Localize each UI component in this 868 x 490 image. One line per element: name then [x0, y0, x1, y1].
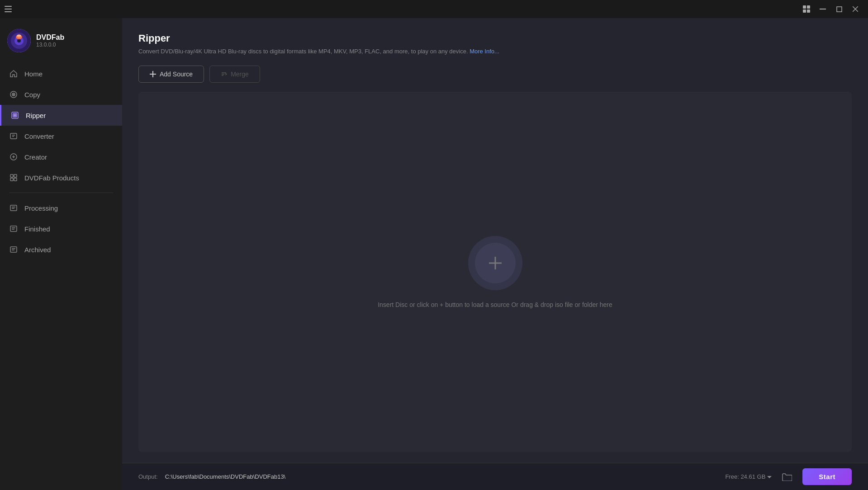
- svg-rect-5: [803, 9, 806, 13]
- toolbar: Add Source Merge: [138, 66, 852, 83]
- browse-folder-button[interactable]: [779, 469, 795, 485]
- svg-rect-33: [10, 205, 17, 211]
- svg-rect-2: [5, 11, 12, 12]
- sidebar-item-dvdfab-products-label: DVDFab Products: [24, 174, 79, 182]
- brand-name: DVDFab: [36, 33, 64, 42]
- menu-button[interactable]: [0, 1, 16, 17]
- start-button[interactable]: Start: [802, 468, 852, 485]
- svg-rect-29: [10, 174, 13, 177]
- nav-divider: [9, 193, 113, 193]
- minimize-button[interactable]: [815, 1, 831, 17]
- add-source-label: Add Source: [160, 71, 193, 78]
- folder-icon: [782, 473, 792, 481]
- svg-point-19: [10, 91, 17, 98]
- sidebar-item-archived-label: Archived: [24, 246, 51, 254]
- svg-point-16: [17, 34, 21, 38]
- sidebar-item-home[interactable]: Home: [0, 63, 122, 84]
- page-subtitle: Convert DVD/Blu-ray/4K Ultra HD Blu-ray …: [138, 48, 852, 55]
- subtitle-text: Convert DVD/Blu-ray/4K Ultra HD Blu-ray …: [138, 48, 468, 55]
- sidebar-item-creator[interactable]: Creator: [0, 146, 122, 167]
- free-space: Free: 24.61 GB: [725, 473, 772, 480]
- svg-rect-39: [10, 247, 17, 252]
- dropdown-arrow-icon: [767, 475, 772, 479]
- svg-rect-1: [5, 9, 12, 9]
- svg-rect-4: [807, 5, 810, 9]
- sidebar-item-finished[interactable]: Finished: [0, 218, 122, 239]
- free-space-value: Free: 24.61 GB: [725, 473, 765, 480]
- sidebar-item-ripper-label: Ripper: [26, 112, 46, 119]
- svg-rect-7: [820, 9, 826, 9]
- sidebar-item-converter[interactable]: Converter: [0, 126, 122, 146]
- plus-icon: [486, 254, 504, 272]
- svg-rect-6: [807, 9, 810, 13]
- page-title: Ripper: [138, 33, 852, 44]
- svg-point-14: [17, 39, 21, 42]
- close-button[interactable]: [847, 1, 863, 17]
- finished-icon: [9, 224, 18, 233]
- home-icon: [9, 69, 18, 78]
- creator-icon: [9, 152, 18, 161]
- svg-rect-31: [10, 178, 13, 181]
- converter-icon: [9, 132, 18, 141]
- brand-logo: [7, 29, 31, 52]
- titlebar: [0, 0, 868, 18]
- more-info-link[interactable]: More Info...: [470, 48, 499, 55]
- sidebar-item-copy-label: Copy: [24, 91, 40, 99]
- drop-circle-button[interactable]: [468, 236, 522, 290]
- svg-rect-30: [14, 174, 17, 177]
- ripper-icon: [10, 111, 19, 120]
- svg-point-17: [18, 35, 19, 37]
- brand: DVDFab 13.0.0.0: [0, 25, 122, 63]
- svg-point-20: [12, 93, 15, 96]
- sidebar-item-converter-label: Converter: [24, 132, 54, 140]
- merge-label: Merge: [231, 71, 249, 78]
- bottom-bar: Output: C:\Users\fab\Documents\DVDFab\DV…: [122, 463, 868, 490]
- maximize-button[interactable]: [831, 1, 847, 17]
- products-icon: [9, 173, 18, 182]
- add-source-plus-icon: [150, 71, 156, 77]
- sidebar-item-processing[interactable]: Processing: [0, 198, 122, 218]
- svg-rect-3: [803, 5, 806, 9]
- add-source-button[interactable]: Add Source: [138, 66, 204, 83]
- merge-button[interactable]: Merge: [209, 66, 260, 83]
- sidebar: DVDFab 13.0.0.0 Home Copy: [0, 18, 122, 490]
- app-icon-button[interactable]: [798, 1, 815, 17]
- drop-circle-inner: [475, 243, 516, 283]
- svg-point-18: [19, 35, 21, 37]
- output-label: Output:: [138, 473, 158, 480]
- svg-rect-25: [10, 133, 17, 139]
- svg-rect-24: [14, 114, 16, 116]
- sidebar-item-processing-label: Processing: [24, 204, 58, 212]
- svg-point-21: [13, 94, 14, 95]
- archived-icon: [9, 245, 18, 254]
- sidebar-item-archived[interactable]: Archived: [0, 239, 122, 260]
- copy-icon: [9, 90, 18, 99]
- output-path: C:\Users\fab\Documents\DVDFab\DVDFab13\: [165, 473, 718, 480]
- svg-rect-8: [837, 7, 842, 12]
- drop-hint-text: Insert Disc or click on + button to load…: [378, 301, 612, 308]
- sidebar-item-dvdfab-products[interactable]: DVDFab Products: [0, 167, 122, 188]
- svg-rect-0: [5, 6, 12, 7]
- drop-zone[interactable]: Insert Disc or click on + button to load…: [138, 92, 852, 452]
- sidebar-item-ripper[interactable]: Ripper: [0, 105, 122, 126]
- main-content: Ripper Convert DVD/Blu-ray/4K Ultra HD B…: [122, 18, 868, 490]
- svg-rect-36: [10, 226, 17, 231]
- sidebar-item-home-label: Home: [24, 70, 43, 78]
- processing-icon: [9, 203, 18, 212]
- sidebar-item-finished-label: Finished: [24, 225, 50, 233]
- brand-version: 13.0.0.0: [36, 42, 64, 48]
- sidebar-item-copy[interactable]: Copy: [0, 84, 122, 105]
- merge-icon: [221, 71, 227, 77]
- svg-rect-32: [14, 178, 17, 181]
- brand-info: DVDFab 13.0.0.0: [36, 33, 64, 48]
- sidebar-item-creator-label: Creator: [24, 153, 47, 161]
